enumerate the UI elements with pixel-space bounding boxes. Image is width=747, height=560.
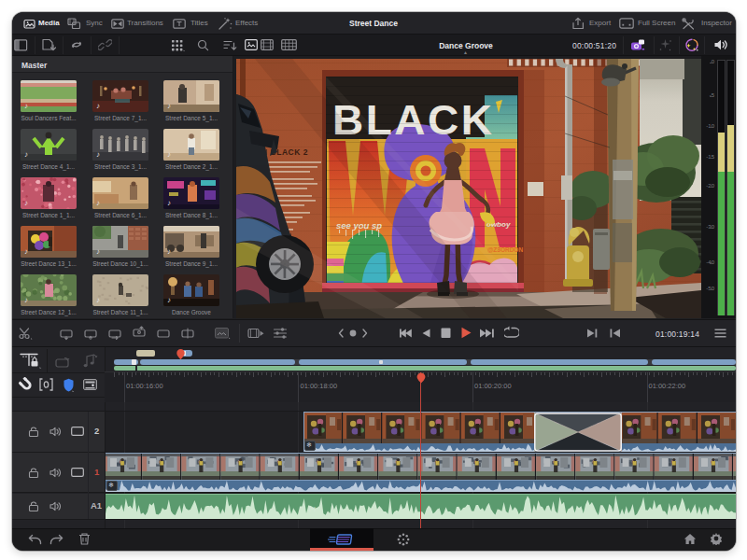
svg-text:♪: ♪: [167, 199, 171, 207]
svg-text:♪: ♪: [96, 150, 100, 159]
svg-text:♪: ♪: [24, 150, 28, 159]
svg-text:♪: ♪: [24, 102, 28, 110]
svg-text:♪: ♪: [24, 296, 28, 304]
svg-text:♪: ♪: [96, 199, 100, 207]
svg-text:♪: ♪: [96, 247, 100, 256]
svg-text:♪: ♪: [167, 247, 171, 256]
svg-text:♪: ♪: [96, 296, 100, 304]
svg-text:♪: ♪: [167, 102, 171, 110]
svg-text:♪: ♪: [167, 296, 171, 304]
svg-text:♪: ♪: [96, 102, 100, 110]
svg-text:♪: ♪: [24, 247, 28, 256]
svg-text:♪: ♪: [167, 150, 171, 159]
svg-text:♪: ♪: [24, 199, 28, 207]
